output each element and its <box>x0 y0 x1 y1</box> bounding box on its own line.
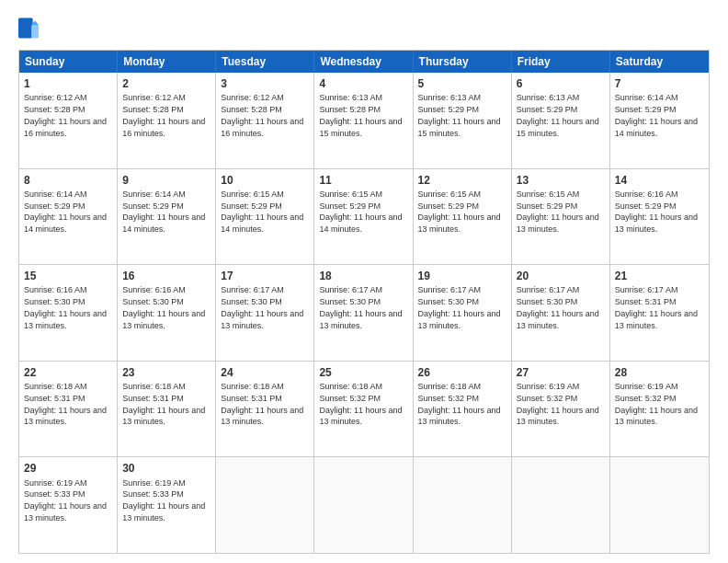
day-number: 23 <box>122 365 210 380</box>
day-number: 18 <box>319 269 407 283</box>
day-info: Sunrise: 6:15 AM Sunset: 5:29 PM Dayligh… <box>517 190 599 234</box>
day-info: Sunrise: 6:14 AM Sunset: 5:29 PM Dayligh… <box>615 93 698 137</box>
empty-cell <box>512 457 610 553</box>
day-cell-8: 8Sunrise: 6:14 AM Sunset: 5:29 PM Daylig… <box>19 169 118 265</box>
day-number: 5 <box>418 76 506 91</box>
day-info: Sunrise: 6:18 AM Sunset: 5:31 PM Dayligh… <box>221 382 303 426</box>
calendar-page: SundayMondayTuesdayWednesdayThursdayFrid… <box>0 0 728 563</box>
empty-cell <box>414 457 512 553</box>
day-info: Sunrise: 6:17 AM Sunset: 5:30 PM Dayligh… <box>319 285 402 329</box>
day-number: 28 <box>615 365 704 380</box>
day-info: Sunrise: 6:13 AM Sunset: 5:29 PM Dayligh… <box>517 93 599 137</box>
day-cell-17: 17Sunrise: 6:17 AM Sunset: 5:30 PM Dayli… <box>216 265 314 361</box>
day-cell-6: 6Sunrise: 6:13 AM Sunset: 5:29 PM Daylig… <box>512 73 610 168</box>
calendar-grid: SundayMondayTuesdayWednesdayThursdayFrid… <box>18 50 710 554</box>
day-info: Sunrise: 6:19 AM Sunset: 5:33 PM Dayligh… <box>24 478 107 523</box>
header-day-friday: Friday <box>512 51 610 73</box>
calendar-row-4: 22Sunrise: 6:18 AM Sunset: 5:31 PM Dayli… <box>19 361 709 457</box>
day-number: 3 <box>221 76 309 91</box>
day-cell-7: 7Sunrise: 6:14 AM Sunset: 5:29 PM Daylig… <box>610 73 709 168</box>
header-day-tuesday: Tuesday <box>216 51 314 73</box>
day-cell-13: 13Sunrise: 6:15 AM Sunset: 5:29 PM Dayli… <box>512 169 610 265</box>
day-cell-19: 19Sunrise: 6:17 AM Sunset: 5:30 PM Dayli… <box>414 265 512 361</box>
day-info: Sunrise: 6:17 AM Sunset: 5:30 PM Dayligh… <box>418 285 501 329</box>
day-number: 17 <box>221 269 309 283</box>
svg-rect-0 <box>18 17 33 38</box>
day-cell-24: 24Sunrise: 6:18 AM Sunset: 5:31 PM Dayli… <box>216 362 314 457</box>
day-info: Sunrise: 6:16 AM Sunset: 5:29 PM Dayligh… <box>615 190 698 234</box>
day-info: Sunrise: 6:15 AM Sunset: 5:29 PM Dayligh… <box>418 190 501 234</box>
header-day-monday: Monday <box>118 51 216 73</box>
day-number: 11 <box>319 173 407 188</box>
day-cell-27: 27Sunrise: 6:19 AM Sunset: 5:32 PM Dayli… <box>512 362 610 457</box>
day-cell-2: 2Sunrise: 6:12 AM Sunset: 5:28 PM Daylig… <box>118 73 216 168</box>
calendar-header: SundayMondayTuesdayWednesdayThursdayFrid… <box>19 51 709 73</box>
header-day-wednesday: Wednesday <box>314 51 413 73</box>
day-info: Sunrise: 6:18 AM Sunset: 5:31 PM Dayligh… <box>24 382 107 426</box>
day-cell-16: 16Sunrise: 6:16 AM Sunset: 5:30 PM Dayli… <box>118 265 216 361</box>
day-cell-18: 18Sunrise: 6:17 AM Sunset: 5:30 PM Dayli… <box>314 265 413 361</box>
day-cell-21: 21Sunrise: 6:17 AM Sunset: 5:31 PM Dayli… <box>610 265 709 361</box>
day-info: Sunrise: 6:12 AM Sunset: 5:28 PM Dayligh… <box>221 93 303 137</box>
day-info: Sunrise: 6:18 AM Sunset: 5:32 PM Dayligh… <box>319 382 402 426</box>
day-number: 15 <box>24 269 112 283</box>
header-day-sunday: Sunday <box>19 51 118 73</box>
day-info: Sunrise: 6:19 AM Sunset: 5:32 PM Dayligh… <box>517 382 599 426</box>
day-cell-11: 11Sunrise: 6:15 AM Sunset: 5:29 PM Dayli… <box>314 169 413 265</box>
day-info: Sunrise: 6:17 AM Sunset: 5:30 PM Dayligh… <box>221 285 303 329</box>
day-cell-4: 4Sunrise: 6:13 AM Sunset: 5:28 PM Daylig… <box>314 73 413 168</box>
day-cell-3: 3Sunrise: 6:12 AM Sunset: 5:28 PM Daylig… <box>216 73 314 168</box>
empty-cell <box>610 457 709 553</box>
day-info: Sunrise: 6:16 AM Sunset: 5:30 PM Dayligh… <box>24 285 107 329</box>
day-number: 4 <box>319 76 407 91</box>
day-cell-30: 30Sunrise: 6:19 AM Sunset: 5:33 PM Dayli… <box>118 457 216 553</box>
calendar-row-2: 8Sunrise: 6:14 AM Sunset: 5:29 PM Daylig… <box>19 168 709 265</box>
day-info: Sunrise: 6:14 AM Sunset: 5:29 PM Dayligh… <box>122 190 205 234</box>
day-info: Sunrise: 6:12 AM Sunset: 5:28 PM Dayligh… <box>122 93 205 137</box>
day-cell-28: 28Sunrise: 6:19 AM Sunset: 5:32 PM Dayli… <box>610 362 709 457</box>
day-number: 14 <box>615 173 704 188</box>
day-cell-1: 1Sunrise: 6:12 AM Sunset: 5:28 PM Daylig… <box>19 73 118 168</box>
calendar-row-1: 1Sunrise: 6:12 AM Sunset: 5:28 PM Daylig… <box>19 73 709 168</box>
header-day-saturday: Saturday <box>610 51 709 73</box>
logo-icon <box>18 17 39 42</box>
day-cell-22: 22Sunrise: 6:18 AM Sunset: 5:31 PM Dayli… <box>19 362 118 457</box>
day-number: 24 <box>221 365 309 380</box>
day-number: 10 <box>221 173 309 188</box>
svg-marker-1 <box>31 25 39 38</box>
day-cell-23: 23Sunrise: 6:18 AM Sunset: 5:31 PM Dayli… <box>118 362 216 457</box>
day-info: Sunrise: 6:14 AM Sunset: 5:29 PM Dayligh… <box>24 190 107 234</box>
day-number: 29 <box>24 461 112 476</box>
header <box>18 17 710 42</box>
calendar-row-3: 15Sunrise: 6:16 AM Sunset: 5:30 PM Dayli… <box>19 264 709 361</box>
header-day-thursday: Thursday <box>414 51 512 73</box>
day-info: Sunrise: 6:19 AM Sunset: 5:33 PM Dayligh… <box>122 478 205 523</box>
day-number: 26 <box>418 365 506 380</box>
day-number: 25 <box>319 365 407 380</box>
day-info: Sunrise: 6:18 AM Sunset: 5:31 PM Dayligh… <box>122 382 205 426</box>
day-number: 16 <box>122 269 210 283</box>
day-cell-5: 5Sunrise: 6:13 AM Sunset: 5:29 PM Daylig… <box>414 73 512 168</box>
day-info: Sunrise: 6:19 AM Sunset: 5:32 PM Dayligh… <box>615 382 698 426</box>
day-cell-29: 29Sunrise: 6:19 AM Sunset: 5:33 PM Dayli… <box>19 457 118 553</box>
day-number: 30 <box>122 461 210 476</box>
day-cell-9: 9Sunrise: 6:14 AM Sunset: 5:29 PM Daylig… <box>118 169 216 265</box>
day-info: Sunrise: 6:16 AM Sunset: 5:30 PM Dayligh… <box>122 285 205 329</box>
empty-cell <box>216 457 314 553</box>
day-number: 12 <box>418 173 506 188</box>
day-info: Sunrise: 6:13 AM Sunset: 5:29 PM Dayligh… <box>418 93 501 137</box>
logo <box>18 17 42 42</box>
day-number: 9 <box>122 173 210 188</box>
day-info: Sunrise: 6:12 AM Sunset: 5:28 PM Dayligh… <box>24 93 107 137</box>
day-cell-25: 25Sunrise: 6:18 AM Sunset: 5:32 PM Dayli… <box>314 362 413 457</box>
day-info: Sunrise: 6:15 AM Sunset: 5:29 PM Dayligh… <box>319 190 402 234</box>
day-cell-20: 20Sunrise: 6:17 AM Sunset: 5:30 PM Dayli… <box>512 265 610 361</box>
day-number: 22 <box>24 365 112 380</box>
day-number: 8 <box>24 173 112 188</box>
calendar-row-5: 29Sunrise: 6:19 AM Sunset: 5:33 PM Dayli… <box>19 456 709 553</box>
day-number: 7 <box>615 76 704 91</box>
day-number: 21 <box>615 269 704 283</box>
empty-cell <box>314 457 413 553</box>
day-number: 13 <box>517 173 605 188</box>
day-number: 6 <box>517 76 605 91</box>
